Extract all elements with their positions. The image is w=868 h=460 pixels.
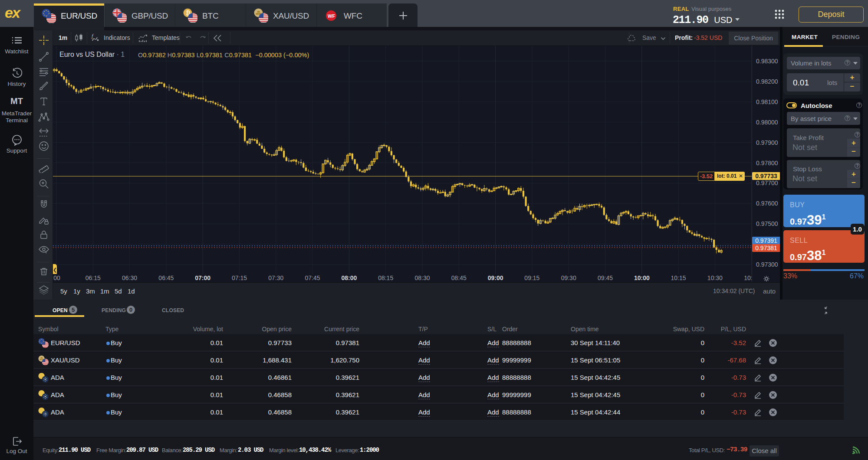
- svg-text:ex: ex: [5, 6, 21, 21]
- svg-text:f: f: [92, 34, 94, 39]
- svg-text:WF: WF: [328, 13, 335, 19]
